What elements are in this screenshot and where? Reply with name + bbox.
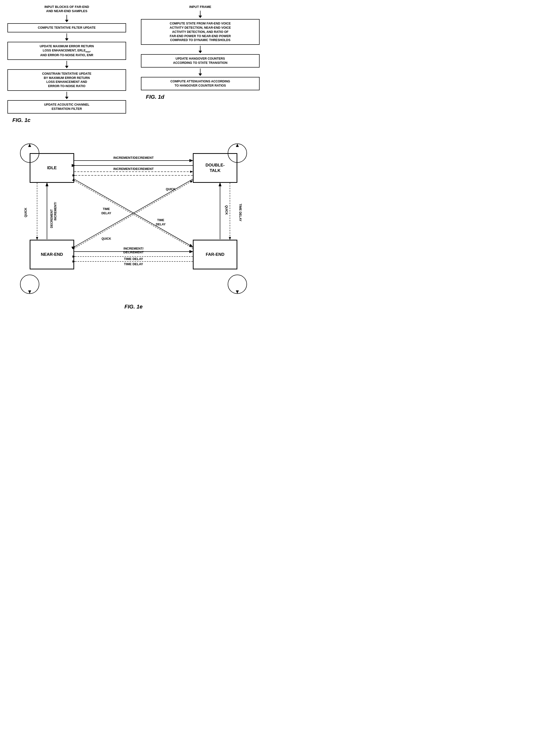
bottom-section: IDLE DOUBLE-TALK NEAR-END FAR-END <box>8 133 260 310</box>
state-idle-label: IDLE <box>47 165 57 171</box>
fig1c-box3: UPDATE ACOUSTIC CHANNELESTIMATION FILTER <box>8 100 126 114</box>
svg-marker-7 <box>28 290 31 294</box>
state-far-end-label: FAR-END <box>206 252 224 257</box>
fig1c-box2: CONSTRAIN TENTATIVE UPDATEBY MAXIMUM ERR… <box>8 69 126 91</box>
state-far-end: FAR-END <box>193 240 237 269</box>
state-diagram: IDLE DOUBLE-TALK NEAR-END FAR-END <box>15 133 252 302</box>
svg-text:QUICK: QUICK <box>166 187 175 191</box>
svg-line-25 <box>74 179 192 247</box>
fig1c-start: INPUT BLOCKS OF FAR-ENDAND NEAR-END SAMP… <box>44 5 89 14</box>
fig1d-box0: COMPUTE STATE FROM FAR-END VOICEACTIVITY… <box>141 19 260 45</box>
fig1c: INPUT BLOCKS OF FAR-ENDAND NEAR-END SAMP… <box>8 5 126 123</box>
arrow1c-3 <box>65 92 68 99</box>
svg-text:TIME DELAY: TIME DELAY <box>124 262 143 266</box>
fig1c-box0: COMPUTE TENTATIVE FILTER UPDATE <box>8 23 126 32</box>
fig1c-box1: UPDATE MAXIMUM ERROR RETURNLOSS ENHANCEM… <box>8 42 126 60</box>
svg-text:TIME: TIME <box>103 207 110 211</box>
state-near-end-label: NEAR-END <box>41 252 63 257</box>
fig1d-box2: COMPUTE ATTENUATIONS ACCORDINGTO HANGOVE… <box>141 77 260 90</box>
svg-text:TIME DELAY: TIME DELAY <box>239 203 242 221</box>
arrow1d-2 <box>198 68 202 76</box>
svg-text:TIME: TIME <box>157 218 165 222</box>
svg-text:INCREMENT/DECREMENT: INCREMENT/DECREMENT <box>113 167 154 171</box>
state-double-talk-label: DOUBLE-TALK <box>205 163 224 174</box>
svg-text:QUICK: QUICK <box>102 237 111 240</box>
arrow1d-0 <box>198 11 202 18</box>
svg-point-6 <box>20 275 39 294</box>
svg-text:DELAY: DELAY <box>156 223 165 226</box>
fig1c-label: FIG. 1c <box>13 117 30 123</box>
svg-text:DELAY: DELAY <box>101 211 111 215</box>
svg-marker-5 <box>236 144 239 147</box>
svg-marker-3 <box>28 144 31 147</box>
page: INPUT BLOCKS OF FAR-ENDAND NEAR-END SAMP… <box>0 0 267 315</box>
fig1d-label: FIG. 1d <box>146 94 165 100</box>
arrow1c-0 <box>65 15 68 22</box>
state-double-talk: DOUBLE-TALK <box>193 153 237 183</box>
arrow1c-1 <box>65 33 68 41</box>
top-section: INPUT BLOCKS OF FAR-ENDAND NEAR-END SAMP… <box>8 5 260 123</box>
arrow1c-2 <box>65 61 68 68</box>
svg-text:DECREMENT: DECREMENT <box>50 209 53 228</box>
svg-text:TIME DELAY: TIME DELAY <box>124 257 143 261</box>
svg-line-28 <box>74 181 192 248</box>
svg-text:INCREMENT/DECREMENT: INCREMENT/DECREMENT <box>113 156 154 160</box>
state-near-end: NEAR-END <box>30 240 74 269</box>
fig1e-label: FIG. 1e <box>8 304 260 310</box>
fig1d-start: INPUT FRAME <box>190 5 211 9</box>
svg-marker-9 <box>236 290 239 294</box>
svg-text:INCREMENT/: INCREMENT/ <box>124 247 144 250</box>
arrow1d-1 <box>198 46 202 53</box>
svg-line-27 <box>75 179 193 247</box>
svg-text:QUICK: QUICK <box>24 207 27 217</box>
svg-text:QUICK: QUICK <box>225 205 228 215</box>
svg-point-8 <box>228 275 247 294</box>
svg-line-26 <box>75 181 193 248</box>
svg-text:INCREMENT/: INCREMENT/ <box>54 202 57 220</box>
state-idle: IDLE <box>30 153 74 183</box>
fig1d-box1: UPDATE HANGOVER COUNTERSACCORDING TO STA… <box>141 54 260 68</box>
fig1d: INPUT FRAME COMPUTE STATE FROM FAR-END V… <box>141 5 260 100</box>
svg-text:DECREMENT: DECREMENT <box>123 250 144 254</box>
